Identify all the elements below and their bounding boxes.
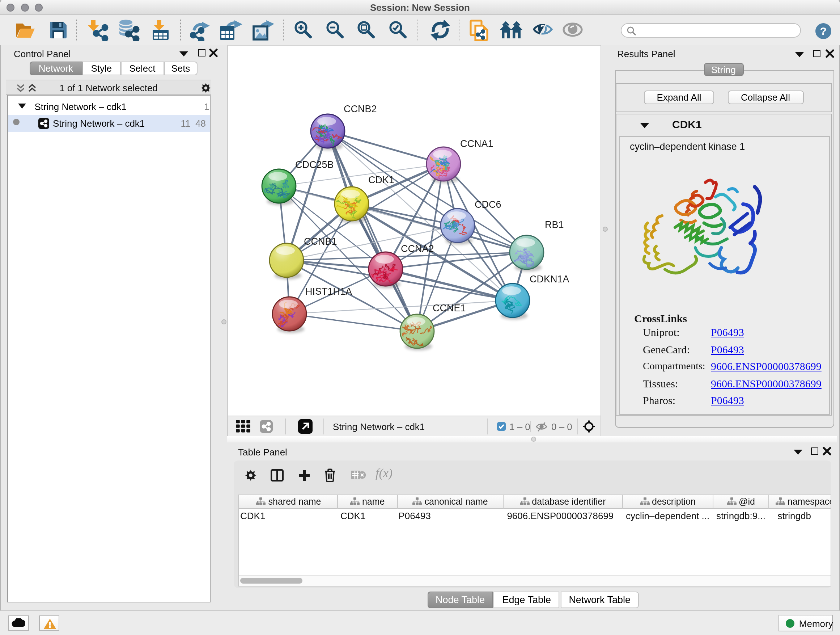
svg-text:CDK1: CDK1	[368, 174, 394, 185]
svg-text:CDKN1A: CDKN1A	[530, 274, 569, 285]
svg-text:CCNB2: CCNB2	[344, 103, 377, 114]
svg-text:CCNA1: CCNA1	[460, 138, 493, 149]
svg-text:CCNA2: CCNA2	[401, 243, 434, 254]
svg-text:HIST1H1A: HIST1H1A	[305, 286, 352, 297]
svg-text:CDC6: CDC6	[475, 199, 501, 210]
svg-text:RB1: RB1	[545, 219, 564, 230]
svg-text:CCNB1: CCNB1	[304, 236, 337, 247]
svg-text:CDC25B: CDC25B	[295, 159, 334, 170]
svg-text:CCNE1: CCNE1	[433, 302, 466, 314]
